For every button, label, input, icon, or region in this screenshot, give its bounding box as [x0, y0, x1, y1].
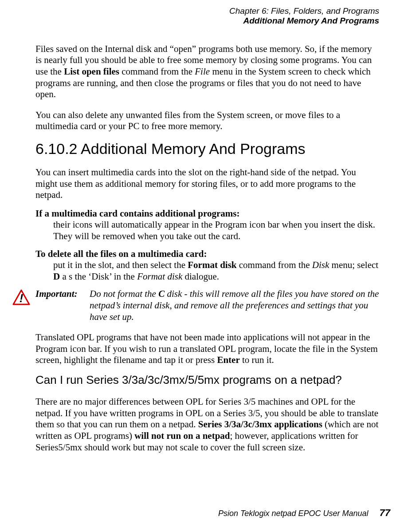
text: a s the ‘Disk’ in the — [60, 271, 137, 282]
header-section: Additional Memory And Programs — [35, 16, 379, 26]
bold-italic-text: C — [158, 288, 165, 299]
footer-manual-title: Psion Teklogix netpad EPOC User Manual — [218, 509, 369, 518]
text: put it in the slot, and then select the — [53, 260, 188, 270]
italic-text: Format disk — [137, 271, 182, 282]
italic-text: File — [195, 66, 210, 77]
bold-text: Enter — [217, 355, 239, 365]
paragraph-4: Translated OPL programs that have not be… — [35, 332, 379, 366]
svg-text:!: ! — [20, 292, 24, 305]
definition-title: To delete all the files on a multimedia … — [35, 248, 379, 260]
bold-text: Series 3/3a/3c/3mx applications — [198, 419, 322, 430]
definition-block-2: To delete all the files on a multimedia … — [35, 248, 379, 283]
text: command from the — [119, 66, 195, 77]
page-footer: Psion Teklogix netpad EPOC User Manual 7… — [218, 507, 390, 519]
section-heading-6-10-2: 6.10.2 Additional Memory And Programs — [35, 140, 379, 158]
definition-block-1: If a multimedia card contains additional… — [35, 208, 379, 242]
important-label: Important: — [35, 288, 84, 323]
paragraph-5: There are no major differences between O… — [35, 396, 379, 453]
bold-text: List open files — [64, 66, 119, 77]
definition-title: If a multimedia card contains additional… — [35, 208, 379, 220]
bold-text: D — [53, 271, 60, 282]
text: to run it. — [240, 355, 274, 365]
warning-icon: ! — [12, 288, 30, 323]
bold-text: will not run on a netpad — [134, 430, 230, 441]
text: menu; select — [329, 260, 378, 270]
text: Do not format the — [90, 288, 158, 299]
bold-text: Format disk — [188, 260, 236, 270]
important-text: Do not format the C disk - this will rem… — [90, 288, 379, 323]
paragraph-3: You can insert multimedia cards into the… — [35, 167, 379, 201]
document-page: Chapter 6: Files, Folders, and Programs … — [0, 0, 408, 478]
paragraph-1: Files saved on the Internal disk and “op… — [35, 43, 379, 100]
page-header: Chapter 6: Files, Folders, and Programs … — [35, 6, 379, 26]
text: command from the — [237, 260, 312, 270]
header-chapter: Chapter 6: Files, Folders, and Programs — [35, 6, 379, 16]
text: Translated OPL programs that have not be… — [35, 332, 378, 365]
footer-page-number: 77 — [380, 507, 390, 518]
important-block: ! Important: Do not format the C disk - … — [12, 288, 379, 323]
definition-body: their icons will automatically appear in… — [35, 219, 379, 242]
definition-body: put it in the slot, and then select the … — [35, 260, 379, 282]
paragraph-2: You can also delete any unwanted files f… — [35, 110, 379, 132]
text: dialogue. — [182, 271, 219, 282]
sub-heading: Can I run Series 3/3a/3c/3mx/5/5mx progr… — [35, 373, 379, 387]
italic-text: Disk — [312, 260, 330, 270]
